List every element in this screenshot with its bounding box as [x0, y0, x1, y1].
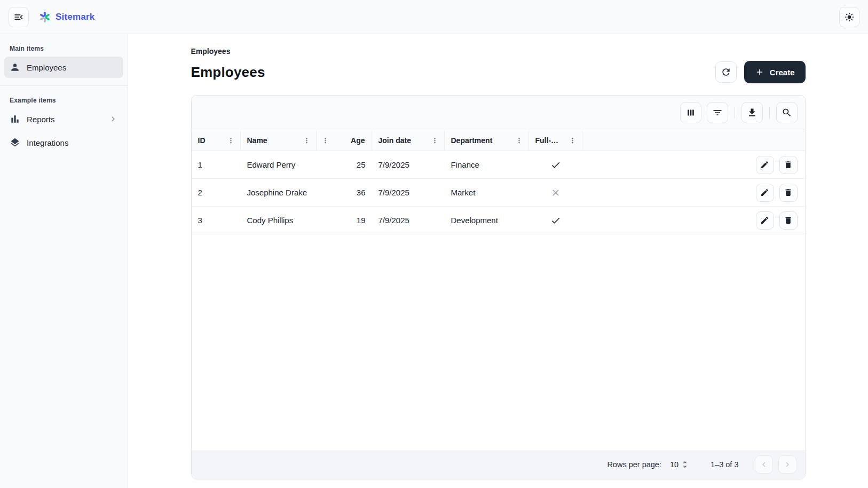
sidebar-divider	[0, 85, 128, 86]
column-header-id[interactable]: ID	[192, 130, 241, 151]
toolbar-divider	[769, 107, 770, 119]
pencil-icon	[760, 216, 769, 225]
edit-button[interactable]	[756, 184, 774, 202]
cell-id: 3	[192, 207, 241, 234]
download-icon	[747, 107, 757, 118]
cell-department: Finance	[445, 151, 529, 178]
pencil-icon	[760, 160, 769, 169]
person-icon	[10, 62, 20, 73]
cell-age: 19	[317, 207, 372, 234]
layers-icon	[10, 137, 20, 148]
column-header-full-time[interactable]: Full-…	[529, 130, 582, 151]
cell-name: Cody Phillips	[241, 207, 317, 234]
rows-per-page-value: 10	[670, 460, 678, 469]
cell-full-time	[529, 179, 582, 206]
plus-icon	[755, 67, 764, 77]
table-row[interactable]: 1 Edward Perry 25 7/9/2025 Finance	[192, 151, 805, 179]
rows-per-page-label: Rows per page:	[607, 460, 661, 469]
edit-button[interactable]	[756, 156, 774, 174]
bar-chart-icon	[10, 114, 20, 124]
columns-icon	[685, 107, 696, 118]
column-header-department[interactable]: Department	[445, 130, 529, 151]
rows-per-page-select[interactable]: 10	[670, 460, 689, 469]
sidebar-item-integrations[interactable]: Integrations	[4, 132, 123, 153]
column-header-join-date[interactable]: Join date	[372, 130, 445, 151]
table-row[interactable]: 3 Cody Phillips 19 7/9/2025 Development	[192, 207, 805, 234]
chevron-right-icon	[783, 460, 792, 469]
delete-button[interactable]	[779, 156, 798, 174]
sitemark-logo-icon	[38, 11, 51, 23]
main-content: Employees Employees Create	[128, 34, 868, 488]
delete-button[interactable]	[779, 211, 798, 230]
unfold-more-icon	[681, 460, 689, 469]
cell-actions	[735, 207, 805, 234]
refresh-button[interactable]	[715, 61, 737, 83]
cell-name: Edward Perry	[241, 151, 317, 178]
table-row[interactable]: 2 Josephine Drake 36 7/9/2025 Market	[192, 179, 805, 207]
grid-search-button[interactable]	[776, 102, 798, 123]
cell-id: 1	[192, 151, 241, 178]
close-icon	[550, 187, 561, 198]
cell-spacer	[582, 207, 735, 234]
cell-full-time	[529, 151, 582, 178]
data-grid: ID Name Age Join date Department	[191, 95, 806, 479]
brand-logo: Sitemark	[38, 11, 94, 23]
cell-actions	[735, 179, 805, 206]
sidebar-item-employees[interactable]: Employees	[4, 57, 123, 78]
columns-button[interactable]	[680, 102, 701, 123]
cell-actions	[735, 151, 805, 178]
menu-toggle-button[interactable]	[9, 7, 29, 27]
page-title: Employees	[191, 64, 265, 81]
check-icon	[550, 160, 561, 170]
cell-join-date: 7/9/2025	[372, 179, 445, 206]
refresh-icon	[721, 67, 731, 77]
column-menu-icon[interactable]	[514, 135, 525, 146]
column-menu-icon[interactable]	[429, 135, 441, 146]
create-button[interactable]: Create	[744, 61, 806, 83]
column-menu-icon[interactable]	[301, 135, 313, 146]
trash-icon	[784, 216, 793, 225]
sidebar-item-label: Employees	[27, 63, 118, 72]
filter-button[interactable]	[707, 102, 728, 123]
sidebar-section-example-items: Example items	[0, 92, 128, 107]
cell-age: 25	[317, 151, 372, 178]
grid-empty-area	[192, 234, 805, 450]
column-header-actions	[735, 130, 805, 151]
brand-name: Sitemark	[56, 12, 94, 22]
next-page-button[interactable]	[778, 455, 796, 474]
cell-age: 36	[317, 179, 372, 206]
delete-button[interactable]	[779, 184, 798, 202]
create-button-label: Create	[770, 68, 795, 77]
toolbar-divider	[735, 107, 735, 119]
sidebar-item-reports[interactable]: Reports	[4, 108, 123, 130]
cell-full-time	[529, 207, 582, 234]
cell-join-date: 7/9/2025	[372, 151, 445, 178]
theme-toggle-button[interactable]	[839, 7, 859, 27]
menu-open-icon	[13, 12, 24, 22]
grid-footer: Rows per page: 10 1–3 of 3	[192, 450, 805, 479]
edit-button[interactable]	[756, 211, 774, 230]
grid-header-row: ID Name Age Join date Department	[192, 130, 805, 151]
sidebar: Main items Employees Example items Repor…	[0, 34, 128, 488]
cell-spacer	[582, 151, 735, 178]
column-header-spacer	[582, 130, 735, 151]
filter-icon	[712, 107, 723, 118]
chevron-right-icon	[108, 114, 118, 124]
cell-id: 2	[192, 179, 241, 206]
breadcrumb: Employees	[191, 47, 806, 56]
trash-icon	[784, 160, 793, 169]
column-header-name[interactable]: Name	[241, 130, 317, 151]
column-menu-icon[interactable]	[225, 135, 237, 146]
column-menu-icon[interactable]	[567, 135, 579, 146]
search-icon	[782, 107, 792, 118]
column-header-age[interactable]: Age	[317, 130, 372, 151]
check-icon	[550, 215, 561, 226]
export-button[interactable]	[741, 102, 763, 123]
column-menu-icon[interactable]	[320, 135, 332, 146]
trash-icon	[784, 188, 793, 197]
sidebar-section-main-items: Main items	[0, 41, 128, 56]
grid-toolbar	[192, 96, 805, 130]
previous-page-button[interactable]	[755, 455, 773, 474]
sun-icon	[844, 12, 855, 22]
cell-department: Development	[445, 207, 529, 234]
